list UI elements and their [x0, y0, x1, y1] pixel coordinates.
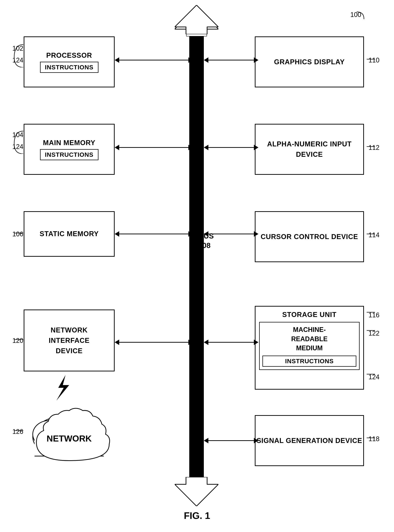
arrow-bus-storage	[204, 339, 259, 346]
bus-arrow-bottom	[175, 477, 218, 506]
cursor-control-box: CURSOR CONTROL DEVICE	[255, 211, 364, 262]
machine-readable-inner: MACHINE-READABLEMEDIUM INSTRUCTIONS	[259, 322, 360, 370]
arrow-bus-signal	[204, 437, 259, 444]
diagram: 100 BUS108 PROCESSOR INSTRUCTIONS 102 12…	[0, 0, 394, 532]
svg-marker-18	[115, 145, 119, 150]
signal-generation-box: SIGNAL GENERATION DEVICE	[255, 415, 364, 466]
main-memory-instructions: INSTRUCTIONS	[40, 149, 98, 160]
svg-marker-34	[254, 339, 259, 345]
svg-marker-24	[115, 231, 119, 237]
arrow-processor-bus	[115, 57, 193, 64]
bracket-126	[12, 426, 25, 435]
bracket-110	[366, 55, 377, 64]
processor-instructions: INSTRUCTIONS	[40, 62, 98, 73]
svg-text:NETWORK: NETWORK	[47, 434, 92, 443]
main-memory-box: MAIN MEMORY INSTRUCTIONS	[24, 124, 115, 175]
arrow-static-bus	[115, 230, 193, 238]
svg-marker-11	[57, 375, 69, 401]
svg-marker-36	[204, 438, 208, 443]
main-memory-title: MAIN MEMORY	[43, 138, 95, 147]
svg-marker-31	[188, 339, 193, 345]
bracket-106	[12, 229, 25, 238]
bracket-116-122-124	[366, 309, 377, 382]
bracket-118	[366, 433, 377, 443]
svg-marker-12	[115, 57, 119, 63]
static-memory-box: STATIC MEMORY	[24, 211, 115, 257]
bracket-114	[366, 229, 377, 239]
svg-marker-25	[188, 231, 193, 237]
svg-marker-33	[204, 339, 208, 345]
machine-readable-title: MACHINE-READABLEMEDIUM	[262, 325, 356, 353]
cursor-control-title: CURSOR CONTROL DEVICE	[261, 232, 358, 242]
svg-marker-16	[254, 57, 259, 63]
bracket-100	[349, 10, 366, 21]
svg-marker-22	[254, 145, 259, 150]
svg-marker-37	[254, 438, 259, 443]
svg-marker-19	[188, 145, 193, 150]
svg-marker-2	[175, 5, 218, 34]
svg-marker-27	[204, 231, 208, 237]
svg-marker-13	[188, 57, 193, 63]
bracket-102-124	[12, 42, 25, 67]
arrow-network-bus	[115, 339, 193, 346]
network-cloud-shape: NETWORK	[18, 401, 120, 470]
storage-unit-box: STORAGE UNIT MACHINE-READABLEMEDIUM INST…	[255, 306, 364, 390]
network-interface-title: NETWORKINTERFACEDEVICE	[49, 325, 89, 356]
bracket-120	[12, 335, 25, 344]
processor-title: PROCESSOR	[46, 51, 92, 60]
processor-box: PROCESSOR INSTRUCTIONS	[24, 37, 115, 87]
bracket-112	[366, 142, 377, 151]
figure-title: FIG. 1	[0, 510, 394, 521]
arrow-memory-bus	[115, 144, 193, 151]
lightning-bolt	[53, 375, 75, 401]
bus-vertical	[189, 18, 204, 492]
svg-marker-15	[204, 57, 208, 63]
alpha-numeric-box: ALPHA-NUMERIC INPUT DEVICE	[255, 124, 364, 175]
alpha-numeric-title: ALPHA-NUMERIC INPUT DEVICE	[255, 139, 363, 160]
svg-marker-30	[115, 339, 119, 345]
arrow-bus-cursor	[204, 230, 259, 238]
bus-arrow-top	[175, 5, 218, 34]
arrow-bus-alpha	[204, 144, 259, 151]
graphics-display-box: GRAPHICS DISPLAY	[255, 37, 364, 87]
svg-marker-3	[175, 477, 218, 506]
bracket-104-124	[12, 128, 25, 154]
storage-instructions: INSTRUCTIONS	[262, 355, 356, 367]
svg-marker-28	[254, 231, 259, 237]
network-interface-box: NETWORKINTERFACEDEVICE	[24, 309, 115, 371]
signal-generation-title: SIGNAL GENERATION DEVICE	[257, 436, 362, 446]
storage-unit-title: STORAGE UNIT	[259, 310, 360, 321]
graphics-display-title: GRAPHICS DISPLAY	[274, 57, 345, 67]
svg-marker-21	[204, 145, 208, 150]
arrow-bus-graphics	[204, 57, 259, 64]
static-memory-title: STATIC MEMORY	[40, 229, 99, 238]
